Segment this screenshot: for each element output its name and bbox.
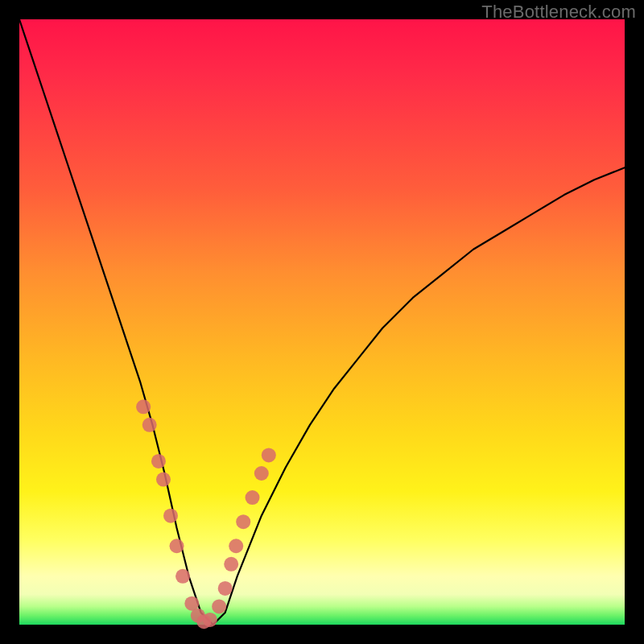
highlight-point: [142, 418, 157, 432]
highlight-point: [254, 466, 269, 481]
plot-area: [19, 19, 625, 625]
chart-container: TheBottleneck.com: [0, 0, 644, 644]
highlight-point: [136, 399, 151, 414]
highlight-point: [163, 509, 178, 523]
highlight-point: [218, 581, 233, 596]
curve-layer: [19, 19, 625, 625]
bottleneck-curve: [19, 19, 625, 625]
highlight-points: [136, 399, 276, 629]
highlight-point: [156, 473, 171, 487]
highlight-point: [212, 599, 226, 613]
highlight-point: [246, 490, 260, 505]
highlight-point: [262, 448, 276, 462]
highlight-point: [175, 569, 190, 584]
highlight-point: [236, 514, 250, 529]
highlight-point: [203, 613, 217, 627]
highlight-point: [151, 454, 166, 469]
highlight-point: [229, 539, 243, 553]
highlight-point: [224, 557, 238, 572]
highlight-point: [170, 539, 184, 553]
